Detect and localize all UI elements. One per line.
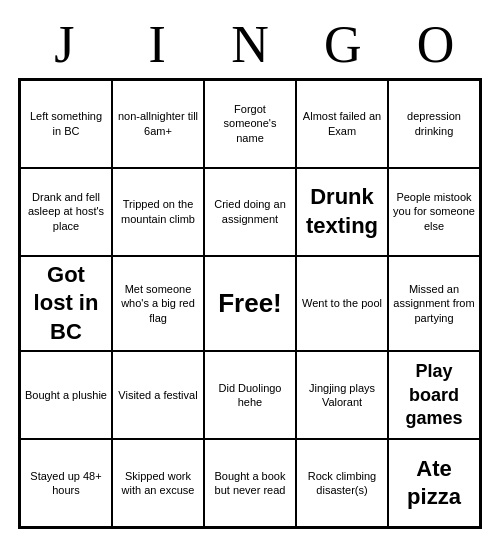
bingo-cell-21: Skipped work with an excuse <box>112 439 204 527</box>
bingo-cell-16: Visited a festival <box>112 351 204 439</box>
bingo-cell-4: depression drinking <box>388 80 480 168</box>
bingo-cell-2: Forgot someone's name <box>204 80 296 168</box>
bingo-cell-20: Stayed up 48+ hours <box>20 439 112 527</box>
bingo-cell-6: Tripped on the mountain climb <box>112 168 204 256</box>
bingo-cell-24: Ate pizza <box>388 439 480 527</box>
title-n: N <box>206 15 294 74</box>
bingo-cell-15: Bought a plushie <box>20 351 112 439</box>
bingo-cell-19: Play board games <box>388 351 480 439</box>
bingo-cell-1: non-allnighter till 6am+ <box>112 80 204 168</box>
bingo-cell-23: Rock climbing disaster(s) <box>296 439 388 527</box>
bingo-cell-10: Got lost in BC <box>20 256 112 352</box>
bingo-cell-22: Bought a book but never read <box>204 439 296 527</box>
title-g: G <box>299 15 387 74</box>
bingo-cell-17: Did Duolingo hehe <box>204 351 296 439</box>
bingo-cell-9: People mistook you for someone else <box>388 168 480 256</box>
bingo-title: J I N G O <box>18 15 482 74</box>
bingo-cell-5: Drank and fell asleep at host's place <box>20 168 112 256</box>
bingo-cell-8: Drunk texting <box>296 168 388 256</box>
bingo-cell-13: Went to the pool <box>296 256 388 352</box>
bingo-cell-14: Missed an assignment from partying <box>388 256 480 352</box>
title-j: J <box>20 15 108 74</box>
bingo-cell-0: Left something in BC <box>20 80 112 168</box>
bingo-cell-12: Free! <box>204 256 296 352</box>
bingo-grid: Left something in BCnon-allnighter till … <box>18 78 482 530</box>
bingo-cell-18: Jingjing plays Valorant <box>296 351 388 439</box>
bingo-cell-11: Met someone who's a big red flag <box>112 256 204 352</box>
bingo-card: J I N G O Left something in BCnon-allnig… <box>10 7 490 538</box>
bingo-cell-7: Cried doing an assignment <box>204 168 296 256</box>
title-i: I <box>113 15 201 74</box>
title-o: O <box>392 15 480 74</box>
bingo-cell-3: Almost failed an Exam <box>296 80 388 168</box>
